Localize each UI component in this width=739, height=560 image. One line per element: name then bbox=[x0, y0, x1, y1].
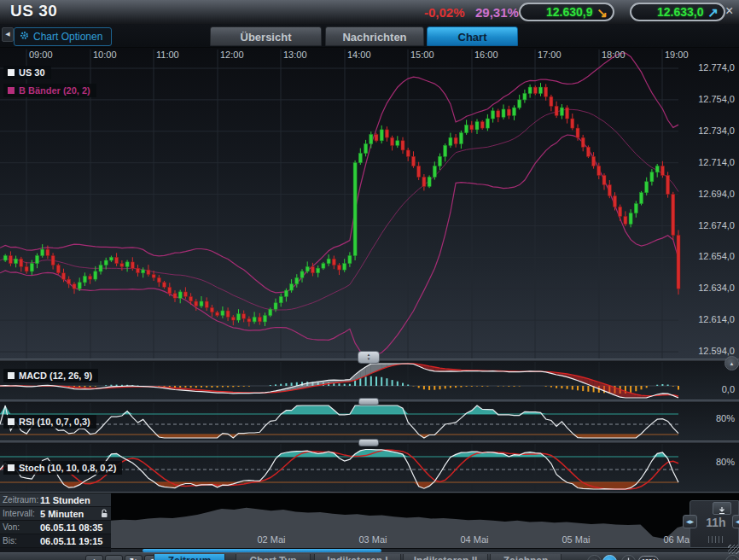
timeline-navigator[interactable]: 02 Mai03 Mai04 Mai05 Mai06 Mai bbox=[111, 493, 739, 548]
buy-price: 12.633,0 bbox=[657, 5, 704, 19]
scroll-up-button[interactable]: ▲ bbox=[724, 356, 739, 370]
collapse-panel-handle[interactable] bbox=[358, 439, 379, 446]
legend-label: Stoch (10, 10, 0,8, 0,2) bbox=[19, 463, 116, 473]
price-label: 12.634,0 bbox=[680, 283, 735, 293]
price-label: 12.654,0 bbox=[680, 251, 735, 261]
time-label: 15:00 bbox=[410, 50, 434, 60]
navigator-prev-button[interactable]: ◀▶ bbox=[683, 515, 697, 528]
toolbar-tab-zeitraum[interactable]: Zeitraum bbox=[154, 554, 225, 560]
chart-options-button[interactable]: Chart Optionen bbox=[14, 27, 112, 46]
time-label: 12:00 bbox=[220, 50, 244, 60]
time-label: 14:00 bbox=[347, 50, 371, 60]
chart-options-label: Chart Optionen bbox=[33, 31, 102, 43]
info-row: Intervall:5 Minuten bbox=[0, 507, 111, 521]
tab-nachrichten[interactable]: Nachrichten bbox=[325, 26, 424, 46]
navigator-date-label: 02 Mai bbox=[257, 534, 285, 545]
price-label: 12.694,0 bbox=[680, 189, 735, 199]
navigator-date-label: 05 Mai bbox=[562, 534, 590, 545]
time-label: 18:00 bbox=[602, 50, 626, 60]
toolbar-tab-zeichnen[interactable]: Zeichnen bbox=[490, 554, 562, 560]
navigator-control-panel: ◀▶ 11h ◀▶ bbox=[690, 500, 739, 548]
toolbar-tab-indikatoren-i[interactable]: Indikatoren I bbox=[314, 554, 401, 560]
refresh-button[interactable]: ↻ bbox=[125, 555, 143, 560]
sell-price: 12.630,9 bbox=[546, 5, 593, 19]
close-icon[interactable]: × bbox=[725, 3, 733, 19]
rsi-overbought-fill bbox=[0, 405, 678, 414]
macd-chart[interactable] bbox=[0, 362, 739, 400]
navigator-date-label: 06 Mai bbox=[663, 534, 691, 545]
info-label: Zeitraum: bbox=[3, 495, 40, 505]
bottom-toolbar: +−↻⊘ZeitraumChart TypIndikatoren IIndika… bbox=[0, 552, 739, 560]
info-row: Zeitraum:11 Stunden bbox=[0, 493, 111, 507]
price-label: 12.594,0 bbox=[680, 346, 735, 356]
crosshair-icon[interactable] bbox=[621, 555, 636, 560]
navigator-area-chart[interactable] bbox=[111, 493, 739, 548]
tab-uebersicht[interactable]: Übersicht bbox=[210, 26, 322, 46]
legend-label: B Bänder (20, 2) bbox=[19, 85, 90, 96]
stochastic-legend: Stoch (10, 10, 0,8, 0,2) bbox=[3, 461, 122, 475]
left-right-arrows-icon: ◀▶ bbox=[736, 519, 739, 524]
legend-label: MACD (12, 26, 9) bbox=[19, 370, 92, 381]
up-trend-arrow-icon: ↗ bbox=[707, 6, 719, 19]
time-label: 09:00 bbox=[29, 50, 53, 60]
pencil-icon[interactable] bbox=[587, 555, 602, 560]
navigator-date-label: 04 Mai bbox=[460, 534, 488, 545]
buy-price-button[interactable]: 12.633,0 ↗ bbox=[630, 3, 725, 21]
info-label: Bis: bbox=[3, 536, 40, 545]
legend-label: US 30 bbox=[19, 67, 45, 78]
symbol-title: US 30 bbox=[10, 2, 57, 20]
resize-handle[interactable] bbox=[728, 545, 739, 554]
macd-axis-label: 0,0 bbox=[722, 384, 735, 394]
collapse-panel-handle[interactable] bbox=[358, 398, 379, 405]
price-label: 12.754,0 bbox=[680, 94, 735, 104]
price-label: 12.714,0 bbox=[680, 157, 735, 167]
price-axis: 12.774,012.754,012.734,012.714,012.694,0… bbox=[678, 48, 739, 359]
range-percent: 29,31% bbox=[475, 5, 519, 20]
rsi-panel bbox=[0, 403, 739, 440]
collapse-sidebar-button[interactable]: ◀ bbox=[2, 27, 14, 42]
numbers-badge-button[interactable]: 1234 bbox=[638, 556, 659, 560]
time-label: 13:00 bbox=[283, 50, 307, 60]
price-label: 12.774,0 bbox=[680, 62, 735, 73]
collapse-panel-handle[interactable]: ▲ ▼ bbox=[358, 351, 380, 364]
zoom-in-button[interactable]: + bbox=[85, 555, 103, 560]
down-trend-arrow-icon: ↘ bbox=[596, 6, 608, 19]
info-value: 06.05.11 19:15 bbox=[40, 536, 102, 546]
macd-ribbon bbox=[0, 364, 678, 398]
gridlines bbox=[0, 50, 678, 359]
rsi-line bbox=[0, 405, 678, 438]
info-label: Von: bbox=[3, 522, 40, 532]
scroll-arrows-icon[interactable]: ▲▼ bbox=[602, 555, 617, 560]
candlestick-chart[interactable] bbox=[0, 48, 739, 359]
navigator-next-button[interactable]: ◀▶ bbox=[732, 515, 739, 528]
time-label: 17:00 bbox=[538, 50, 562, 60]
legend-swatch bbox=[8, 87, 15, 94]
time-label: 11:00 bbox=[156, 50, 179, 60]
toolbar-tab-indikatoren-ii[interactable]: Indikatoren II bbox=[403, 554, 488, 560]
navigator-date-label: 03 Mai bbox=[358, 534, 387, 545]
legend-bollinger-bands: B Bänder (20, 2) bbox=[3, 84, 96, 97]
drag-grip[interactable] bbox=[708, 536, 724, 543]
price-label: 12.674,0 bbox=[680, 220, 735, 230]
time-label: 10:00 bbox=[93, 50, 117, 60]
macd-panel bbox=[0, 362, 739, 400]
rsi-chart[interactable] bbox=[0, 403, 739, 440]
zoom-out-button[interactable]: − bbox=[105, 555, 123, 560]
info-row: Bis:06.05.11 19:15 bbox=[0, 534, 111, 548]
header: US 30 -0,02% 29,31% 12.630,9 ↘ 12.633,0 … bbox=[0, 0, 739, 24]
legend-swatch bbox=[8, 464, 15, 471]
lock-icon[interactable] bbox=[100, 506, 108, 522]
draw-pencil-icon[interactable] bbox=[725, 555, 739, 560]
info-value: 06.05.11 08:35 bbox=[40, 522, 102, 533]
tab-chart[interactable]: Chart bbox=[427, 26, 518, 46]
window-size-label: 11h bbox=[701, 516, 731, 529]
collapse-navigator-button[interactable] bbox=[713, 502, 731, 515]
toolbar-tab-chart-typ[interactable]: Chart Typ bbox=[236, 554, 311, 560]
sell-price-button[interactable]: 12.630,9 ↘ bbox=[519, 3, 614, 21]
change-percent: -0,02% bbox=[424, 5, 465, 20]
gear-icon bbox=[20, 31, 29, 43]
info-value: 5 Minuten bbox=[40, 509, 84, 519]
info-panel: Zeitraum:11 StundenIntervall:5 MinutenVo… bbox=[0, 493, 111, 548]
time-label: 16:00 bbox=[474, 50, 498, 60]
info-row: Von:06.05.11 08:35 bbox=[0, 521, 111, 534]
